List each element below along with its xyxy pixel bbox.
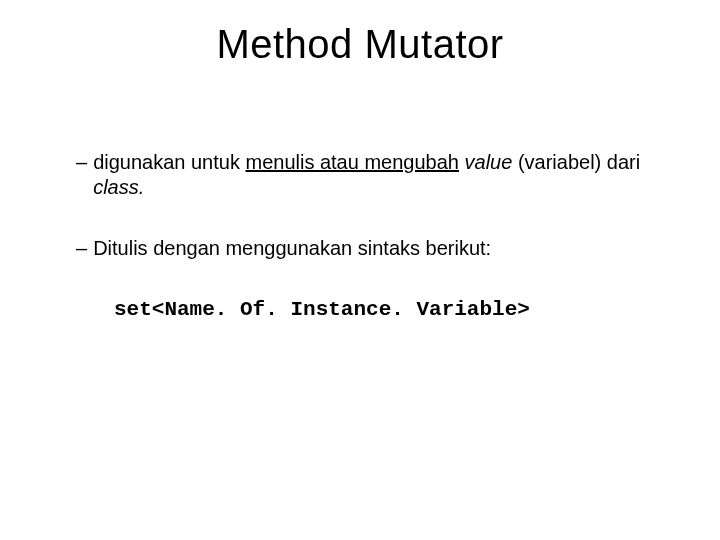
bullet-2: – Ditulis dengan menggunakan sintaks ber…: [76, 236, 670, 261]
text-plain: (variabel) dari: [512, 151, 640, 173]
slide: Method Mutator – digunakan untuk menulis…: [0, 0, 720, 540]
text-underlined: menulis atau mengubah: [245, 151, 458, 173]
text-italic: class.: [93, 176, 144, 198]
bullet-1-text: digunakan untuk menulis atau mengubah va…: [93, 150, 670, 200]
bullet-2-text: Ditulis dengan menggunakan sintaks berik…: [93, 236, 670, 261]
bullet-dash: –: [76, 236, 87, 261]
text-plain: digunakan untuk: [93, 151, 245, 173]
code-syntax: set<Name. Of. Instance. Variable>: [114, 297, 670, 323]
slide-title: Method Mutator: [0, 22, 720, 67]
slide-body: – digunakan untuk menulis atau mengubah …: [76, 150, 670, 323]
bullet-dash: –: [76, 150, 87, 200]
text-italic: value: [465, 151, 513, 173]
bullet-1: – digunakan untuk menulis atau mengubah …: [76, 150, 670, 200]
